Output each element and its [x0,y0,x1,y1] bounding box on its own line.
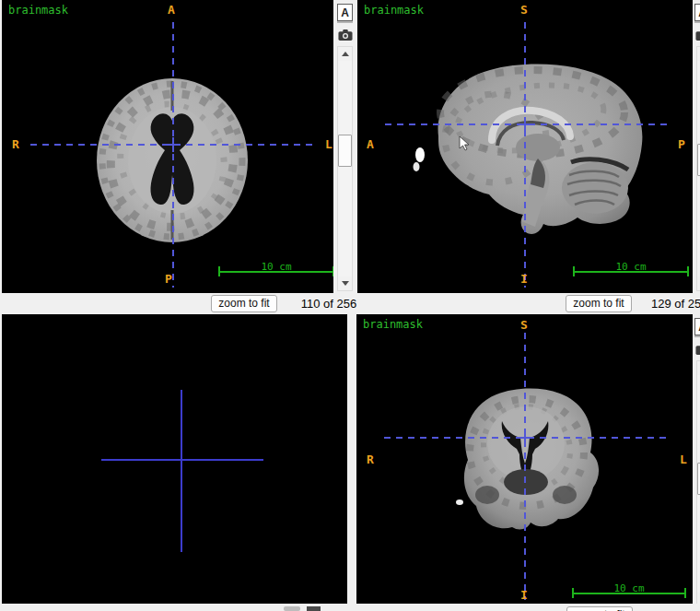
bottom-controls-bar: zoom to fit [0,604,700,611]
orientation-marker-posterior: P [678,137,685,151]
scroll-down-icon [342,281,349,286]
orientation-marker-inferior: I [520,588,528,602]
sagittal-controls-strip: A [693,0,700,293]
mouse-cursor [459,135,470,151]
sagittal-crosshair-vertical[interactable] [524,22,526,288]
camera-icon[interactable] [694,343,700,356]
coronal-view-panel[interactable]: brainmask S I R L 10 cm [356,314,693,604]
volume-label: brainmask [8,4,68,17]
sagittal-slice-indicator: 129 of 256 [651,295,700,312]
orientation-marker-superior: S [520,318,528,332]
axial-view-panel[interactable]: brainmask A P R L 10 cm [2,0,333,293]
orientation-marker-right: R [367,452,374,466]
orientation-marker-left: L [325,137,332,151]
orientation-marker-anterior: A [367,137,374,151]
annotation-toggle-label: A [341,6,349,19]
orientation-marker-left: L [680,452,687,466]
axial-slice-indicator: 110 of 256 [297,295,361,312]
axial-zoom-to-fit-button[interactable]: zoom to fit [211,295,277,312]
medical-image-viewer: brainmask A P R L 10 cm A [0,0,700,611]
coronal-controls-strip: A [693,314,700,611]
axial-crosshair-vertical[interactable] [172,22,174,288]
axial-scale-bar: 10 cm [218,261,333,276]
scroll-up-button[interactable] [338,47,352,61]
coronal-crosshair-vertical[interactable] [524,333,526,600]
orientation-marker-inferior: I [520,272,528,286]
annotation-toggle-button[interactable]: A [337,4,353,21]
annotation-toggle-button[interactable]: A [694,4,700,21]
orientation-marker-posterior: P [165,272,172,286]
coronal-slice-scrollbar[interactable] [696,360,700,607]
coronal-crosshair-center[interactable] [518,437,532,439]
volume-label: brainmask [364,4,424,17]
axial-controls-strip: A [333,0,357,293]
sagittal-zoom-to-fit-button[interactable]: zoom to fit [566,295,632,312]
axial-slice-scrollbar[interactable] [337,46,353,291]
scrollbar-thumb[interactable] [338,135,352,167]
camera-icon[interactable] [337,29,354,41]
threed-crosshair-vertical [181,390,182,552]
annotation-toggle-button[interactable]: A [694,318,700,335]
sagittal-view-panel[interactable]: brainmask S I A P 10 cm [357,0,693,293]
orientation-marker-anterior: A [168,3,175,17]
slice-controls-bar: zoom to fit 110 of 256 zoom to fit 129 o… [0,293,700,314]
camera-icon[interactable] [694,29,700,41]
volume-label: brainmask [363,318,423,331]
sagittal-scale-bar: 10 cm [573,261,689,276]
threed-crosshair-horizontal [101,459,263,461]
clipped-icon-fragment [284,606,300,611]
axial-crosshair-center[interactable] [166,144,181,146]
orientation-marker-right: R [12,137,19,151]
threed-view-panel[interactable] [2,314,347,604]
scroll-down-button[interactable] [338,276,352,290]
panel-gap [347,314,356,604]
scroll-up-icon [342,52,349,56]
clipped-icon-fragment [307,606,321,611]
axial-brain-image [2,0,333,293]
sagittal-slice-scrollbar[interactable] [696,46,700,291]
coronal-scale-bar: 10 cm [572,582,686,598]
orientation-marker-superior: S [520,3,528,17]
coronal-zoom-to-fit-button[interactable]: zoom to fit [566,606,633,611]
sagittal-crosshair-center[interactable] [518,123,532,125]
